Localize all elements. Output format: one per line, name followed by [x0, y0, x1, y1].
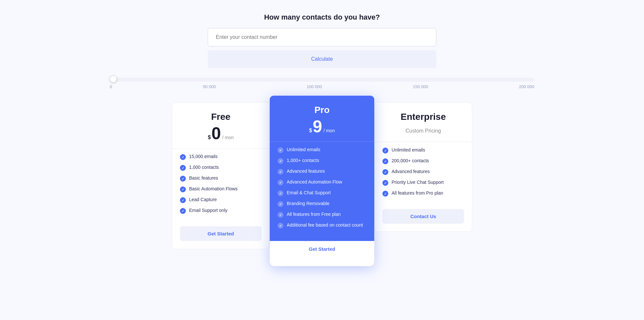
slider-label-100k: 100 000	[307, 84, 322, 89]
enterprise-custom-pricing: Custom Pricing	[382, 125, 464, 135]
slider-labels: 0 50 000 100 000 150 000 200 000	[110, 84, 534, 89]
check-icon	[278, 212, 283, 218]
check-icon	[382, 191, 388, 197]
free-feature-3: Basic features	[180, 175, 262, 182]
enterprise-feature-2: 200,000+ contacts	[382, 158, 464, 164]
check-icon	[278, 190, 283, 196]
check-icon	[278, 147, 283, 153]
check-icon	[382, 169, 388, 175]
enterprise-plan-title: Enterprise	[382, 112, 464, 122]
pro-get-started-button[interactable]: Get Started	[278, 241, 366, 257]
pro-feature-1: Unlimited emails	[278, 147, 366, 153]
pro-plan-title: Pro	[278, 105, 366, 115]
slider-label-0: 0	[110, 84, 112, 89]
free-plan-price: $ 0 / mon	[180, 125, 262, 142]
free-price-period: / mon	[222, 135, 233, 140]
free-feature-2: 1,000 contacts	[180, 165, 262, 171]
check-icon	[278, 158, 283, 164]
slider-label-50k: 50 000	[203, 84, 216, 89]
enterprise-contact-button[interactable]: Contact Us	[382, 209, 464, 224]
pro-feature-4: Advanced Automation Flow	[278, 179, 366, 185]
free-plan-action: Get Started	[172, 226, 269, 249]
check-icon	[180, 208, 186, 214]
enterprise-plan-card: Enterprise Custom Pricing Unlimited emai…	[374, 102, 472, 232]
slider-label-200k: 200 000	[519, 84, 534, 89]
pro-plan-header: Pro $ 9 / mon	[270, 96, 374, 141]
check-icon	[278, 223, 283, 229]
free-price-currency: $	[208, 135, 211, 140]
check-icon	[278, 180, 283, 185]
pro-feature-2: 1,000+ contacts	[278, 158, 366, 164]
check-icon	[278, 169, 283, 175]
free-plan-header: Free $ 0 / mon	[172, 103, 269, 148]
pro-feature-3: Advanced features	[278, 168, 366, 175]
pro-feature-6: Branding Removable	[278, 201, 366, 207]
check-icon	[382, 158, 388, 164]
pro-plan-action: Get Started	[270, 241, 374, 266]
contact-slider-input[interactable]	[110, 78, 534, 82]
page-title: How many contacts do you have?	[264, 13, 380, 22]
free-plan-title: Free	[180, 112, 262, 122]
free-plan-card: Free $ 0 / mon 15,000 emails 1,000 conta…	[172, 102, 270, 249]
check-icon	[382, 148, 388, 153]
enterprise-plan-features: Unlimited emails 200,000+ contacts Advan…	[375, 142, 472, 209]
free-feature-5: Lead Capture	[180, 197, 262, 203]
enterprise-feature-4: Priority Live Chat Support	[382, 180, 464, 186]
check-icon	[180, 165, 186, 171]
check-icon	[180, 176, 186, 182]
pro-feature-5: Email & Chat Support	[278, 190, 366, 196]
pro-price-currency: $	[309, 128, 312, 134]
free-get-started-button[interactable]: Get Started	[180, 226, 262, 241]
pricing-section: Free $ 0 / mon 15,000 emails 1,000 conta…	[172, 102, 472, 266]
free-price-amount: 0	[211, 125, 221, 142]
free-plan-features: 15,000 emails 1,000 contacts Basic featu…	[172, 148, 269, 226]
free-feature-6: Email Support only	[180, 208, 262, 214]
enterprise-plan-action: Contact Us	[375, 209, 472, 232]
check-icon	[278, 201, 283, 207]
pro-price-period: / mon	[323, 128, 335, 133]
pro-plan-price: $ 9 / mon	[278, 118, 366, 135]
enterprise-plan-header: Enterprise Custom Pricing	[375, 103, 472, 142]
calculate-button[interactable]: Calculate	[208, 50, 436, 68]
free-feature-4: Basic Automation Flows	[180, 186, 262, 192]
contact-slider-track	[110, 78, 534, 82]
slider-label-150k: 150 000	[413, 84, 428, 89]
enterprise-feature-3: Advanced features	[382, 169, 464, 175]
check-icon	[180, 154, 186, 160]
pro-price-amount: 9	[313, 118, 322, 135]
contact-input[interactable]	[208, 28, 436, 46]
pro-plan-features: Unlimited emails 1,000+ contacts Advance…	[270, 141, 374, 241]
enterprise-feature-1: Unlimited emails	[382, 147, 464, 153]
enterprise-feature-5: All features from Pro plan	[382, 190, 464, 197]
check-icon	[180, 197, 186, 203]
pro-feature-8: Additional fee based on contact count	[278, 222, 366, 229]
check-icon	[382, 180, 388, 186]
check-icon	[180, 186, 186, 192]
free-feature-1: 15,000 emails	[180, 154, 262, 160]
pro-feature-7: All features from Free plan	[278, 212, 366, 218]
pro-plan-card: Pro $ 9 / mon Unlimited emails 1,000+ co…	[270, 96, 374, 266]
